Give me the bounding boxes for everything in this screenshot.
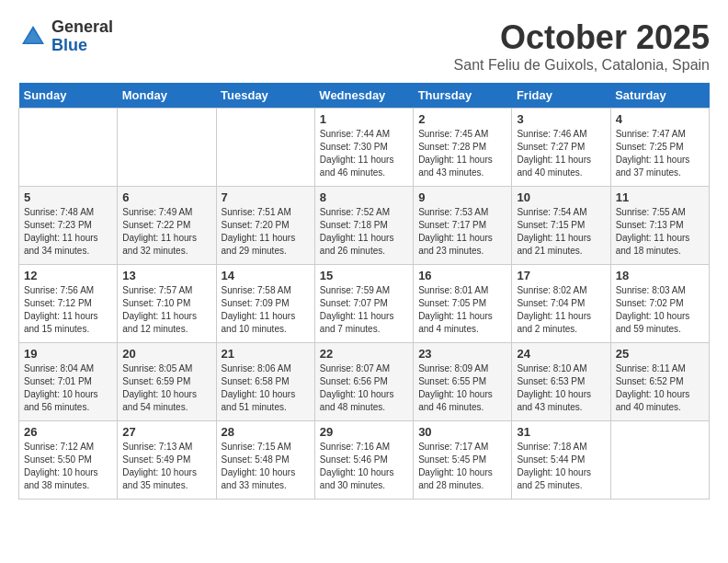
calendar-cell <box>610 421 709 500</box>
calendar-cell: 4Sunrise: 7:47 AM Sunset: 7:25 PM Daylig… <box>610 109 709 187</box>
day-number: 6 <box>122 190 210 204</box>
day-number: 26 <box>24 425 112 439</box>
day-info: Sunrise: 8:05 AM Sunset: 6:59 PM Dayligh… <box>122 362 210 414</box>
calendar-cell: 1Sunrise: 7:44 AM Sunset: 7:30 PM Daylig… <box>314 109 413 187</box>
day-number: 12 <box>24 269 112 282</box>
day-info: Sunrise: 8:03 AM Sunset: 7:02 PM Dayligh… <box>616 284 704 336</box>
weekday-header-tuesday: Tuesday <box>216 83 314 109</box>
week-row-5: 26Sunrise: 7:12 AM Sunset: 5:50 PM Dayli… <box>19 421 710 500</box>
calendar-cell: 18Sunrise: 8:03 AM Sunset: 7:02 PM Dayli… <box>610 265 709 343</box>
logo: General Blue <box>18 18 113 55</box>
weekday-header-saturday: Saturday <box>610 83 709 109</box>
day-info: Sunrise: 7:58 AM Sunset: 7:09 PM Dayligh… <box>222 284 310 336</box>
weekday-header-sunday: Sunday <box>19 83 118 109</box>
day-info: Sunrise: 7:18 AM Sunset: 5:44 PM Dayligh… <box>517 441 605 492</box>
logo-blue-text: Blue <box>51 37 113 55</box>
day-number: 22 <box>320 347 408 361</box>
day-info: Sunrise: 8:09 AM Sunset: 6:55 PM Dayligh… <box>418 362 506 414</box>
calendar-cell: 11Sunrise: 7:55 AM Sunset: 7:13 PM Dayli… <box>610 187 709 265</box>
day-info: Sunrise: 7:57 AM Sunset: 7:10 PM Dayligh… <box>122 284 210 336</box>
calendar-cell <box>118 109 216 187</box>
calendar-cell: 26Sunrise: 7:12 AM Sunset: 5:50 PM Dayli… <box>19 421 118 500</box>
calendar-cell: 23Sunrise: 8:09 AM Sunset: 6:55 PM Dayli… <box>414 343 512 421</box>
calendar-cell: 12Sunrise: 7:56 AM Sunset: 7:12 PM Dayli… <box>19 265 118 343</box>
day-number: 17 <box>517 269 605 282</box>
day-number: 2 <box>418 112 506 126</box>
day-info: Sunrise: 7:49 AM Sunset: 7:22 PM Dayligh… <box>122 206 210 258</box>
day-info: Sunrise: 8:01 AM Sunset: 7:05 PM Dayligh… <box>418 284 506 336</box>
calendar-cell: 19Sunrise: 8:04 AM Sunset: 7:01 PM Dayli… <box>19 343 118 421</box>
day-info: Sunrise: 7:48 AM Sunset: 7:23 PM Dayligh… <box>24 206 112 258</box>
day-number: 15 <box>320 269 408 282</box>
day-number: 18 <box>616 269 704 282</box>
calendar-cell: 31Sunrise: 7:18 AM Sunset: 5:44 PM Dayli… <box>512 421 610 500</box>
calendar-cell: 5Sunrise: 7:48 AM Sunset: 7:23 PM Daylig… <box>19 187 118 265</box>
calendar-cell: 9Sunrise: 7:53 AM Sunset: 7:17 PM Daylig… <box>414 187 512 265</box>
day-number: 10 <box>517 190 605 204</box>
day-info: Sunrise: 7:47 AM Sunset: 7:25 PM Dayligh… <box>616 128 704 179</box>
calendar-cell: 8Sunrise: 7:52 AM Sunset: 7:18 PM Daylig… <box>314 187 413 265</box>
day-number: 9 <box>418 190 506 204</box>
calendar-cell: 17Sunrise: 8:02 AM Sunset: 7:04 PM Dayli… <box>512 265 610 343</box>
logo-general-text: General <box>51 18 113 37</box>
day-number: 25 <box>616 347 704 361</box>
calendar-cell: 30Sunrise: 7:17 AM Sunset: 5:45 PM Dayli… <box>414 421 512 500</box>
weekday-header-thursday: Thursday <box>414 83 512 109</box>
day-number: 27 <box>122 425 210 439</box>
day-number: 4 <box>616 112 704 126</box>
calendar-cell: 14Sunrise: 7:58 AM Sunset: 7:09 PM Dayli… <box>216 265 314 343</box>
calendar-cell <box>216 109 314 187</box>
day-info: Sunrise: 7:15 AM Sunset: 5:48 PM Dayligh… <box>222 441 310 492</box>
day-number: 1 <box>320 112 408 126</box>
calendar-cell: 10Sunrise: 7:54 AM Sunset: 7:15 PM Dayli… <box>512 187 610 265</box>
logo-icon <box>18 22 48 52</box>
day-info: Sunrise: 8:06 AM Sunset: 6:58 PM Dayligh… <box>222 362 310 414</box>
weekday-header-friday: Friday <box>512 83 610 109</box>
calendar-cell: 22Sunrise: 8:07 AM Sunset: 6:56 PM Dayli… <box>314 343 413 421</box>
week-row-1: 1Sunrise: 7:44 AM Sunset: 7:30 PM Daylig… <box>19 109 710 187</box>
calendar-cell: 24Sunrise: 8:10 AM Sunset: 6:53 PM Dayli… <box>512 343 610 421</box>
day-info: Sunrise: 7:59 AM Sunset: 7:07 PM Dayligh… <box>320 284 408 336</box>
day-number: 20 <box>122 347 210 361</box>
day-number: 14 <box>222 269 310 282</box>
day-number: 21 <box>222 347 310 361</box>
day-info: Sunrise: 7:55 AM Sunset: 7:13 PM Dayligh… <box>616 206 704 258</box>
day-info: Sunrise: 7:53 AM Sunset: 7:17 PM Dayligh… <box>418 206 506 258</box>
day-info: Sunrise: 8:04 AM Sunset: 7:01 PM Dayligh… <box>24 362 112 414</box>
week-row-4: 19Sunrise: 8:04 AM Sunset: 7:01 PM Dayli… <box>19 343 710 421</box>
calendar-cell: 16Sunrise: 8:01 AM Sunset: 7:05 PM Dayli… <box>414 265 512 343</box>
day-number: 16 <box>418 269 506 282</box>
header: General Blue October 2025 Sant Feliu de … <box>18 18 710 74</box>
day-info: Sunrise: 7:54 AM Sunset: 7:15 PM Dayligh… <box>517 206 605 258</box>
calendar-cell: 3Sunrise: 7:46 AM Sunset: 7:27 PM Daylig… <box>512 109 610 187</box>
calendar-table: SundayMondayTuesdayWednesdayThursdayFrid… <box>18 83 710 500</box>
week-row-3: 12Sunrise: 7:56 AM Sunset: 7:12 PM Dayli… <box>19 265 710 343</box>
calendar-cell <box>19 109 118 187</box>
day-number: 5 <box>24 190 112 204</box>
day-number: 8 <box>320 190 408 204</box>
day-info: Sunrise: 7:17 AM Sunset: 5:45 PM Dayligh… <box>418 441 506 492</box>
calendar-cell: 6Sunrise: 7:49 AM Sunset: 7:22 PM Daylig… <box>118 187 216 265</box>
calendar-cell: 13Sunrise: 7:57 AM Sunset: 7:10 PM Dayli… <box>118 265 216 343</box>
day-info: Sunrise: 7:56 AM Sunset: 7:12 PM Dayligh… <box>24 284 112 336</box>
day-info: Sunrise: 7:51 AM Sunset: 7:20 PM Dayligh… <box>222 206 310 258</box>
day-number: 19 <box>24 347 112 361</box>
day-number: 30 <box>418 425 506 439</box>
calendar-cell: 29Sunrise: 7:16 AM Sunset: 5:46 PM Dayli… <box>314 421 413 500</box>
calendar-cell: 27Sunrise: 7:13 AM Sunset: 5:49 PM Dayli… <box>118 421 216 500</box>
month-title: October 2025 <box>454 18 710 57</box>
calendar-cell: 25Sunrise: 8:11 AM Sunset: 6:52 PM Dayli… <box>610 343 709 421</box>
day-info: Sunrise: 7:46 AM Sunset: 7:27 PM Dayligh… <box>517 128 605 179</box>
day-number: 31 <box>517 425 605 439</box>
title-area: October 2025 Sant Feliu de Guixols, Cata… <box>454 18 710 74</box>
calendar-cell: 15Sunrise: 7:59 AM Sunset: 7:07 PM Dayli… <box>314 265 413 343</box>
calendar-cell: 7Sunrise: 7:51 AM Sunset: 7:20 PM Daylig… <box>216 187 314 265</box>
weekday-header-row: SundayMondayTuesdayWednesdayThursdayFrid… <box>19 83 710 109</box>
day-number: 29 <box>320 425 408 439</box>
day-number: 11 <box>616 190 704 204</box>
day-info: Sunrise: 8:10 AM Sunset: 6:53 PM Dayligh… <box>517 362 605 414</box>
day-info: Sunrise: 7:12 AM Sunset: 5:50 PM Dayligh… <box>24 441 112 492</box>
day-info: Sunrise: 7:16 AM Sunset: 5:46 PM Dayligh… <box>320 441 408 492</box>
week-row-2: 5Sunrise: 7:48 AM Sunset: 7:23 PM Daylig… <box>19 187 710 265</box>
day-number: 28 <box>222 425 310 439</box>
